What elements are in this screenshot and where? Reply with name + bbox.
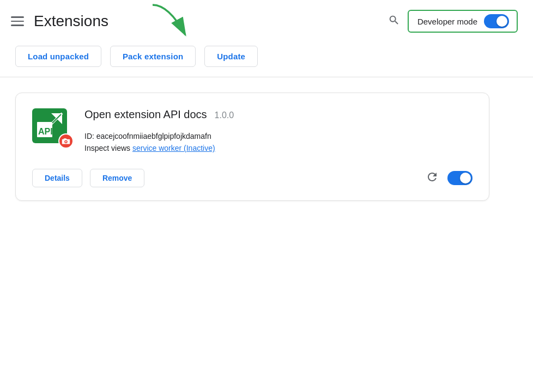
inspect-label: Inspect views	[84, 144, 130, 152]
extension-inspect: Inspect views service worker (Inactive)	[84, 144, 473, 152]
developer-mode-label: Developer mode	[417, 17, 477, 26]
extension-badge	[58, 133, 74, 149]
extension-version: 1.0.0	[215, 111, 234, 120]
card-actions: Details Remove	[32, 169, 473, 187]
developer-mode-toggle[interactable]	[484, 14, 509, 28]
extension-details: ID: eacejcoofnmiiaebfglpipfojkdamafn Ins…	[84, 132, 473, 152]
extension-name-row: Open extension API docs 1.0.0	[84, 108, 473, 121]
extension-name: Open extension API docs	[84, 108, 207, 121]
id-label: ID:	[84, 132, 94, 140]
page-title: Extensions	[34, 13, 108, 30]
svg-text:API: API	[38, 127, 53, 136]
toolbar: Load unpacked Pack extension Update	[0, 40, 533, 77]
toolbar-wrapper: Load unpacked Pack extension Update	[0, 40, 533, 77]
reload-icon[interactable]	[426, 170, 439, 186]
search-icon[interactable]	[388, 14, 400, 28]
card-right	[426, 170, 473, 186]
service-worker-link[interactable]: service worker (Inactive)	[132, 144, 215, 152]
extension-toggle[interactable]	[447, 171, 473, 185]
card-top: API Open extension API docs	[32, 108, 473, 152]
update-button[interactable]: Update	[204, 46, 258, 67]
extension-id: ID: eacejcoofnmiiaebfglpipfojkdamafn	[84, 132, 473, 140]
menu-button[interactable]	[11, 16, 24, 26]
header-left: Extensions	[11, 13, 108, 30]
page-header: Extensions Developer mode	[0, 0, 533, 40]
divider	[0, 77, 533, 77]
load-unpacked-button[interactable]: Load unpacked	[15, 46, 101, 67]
header-right: Developer mode	[388, 10, 518, 33]
developer-mode-container: Developer mode	[408, 10, 518, 33]
extension-card: API Open extension API docs	[15, 93, 489, 201]
id-value: eacejcoofnmiiaebfglpipfojkdamafn	[96, 132, 211, 140]
card-buttons: Details Remove	[32, 169, 144, 187]
extensions-list: API Open extension API docs	[0, 93, 533, 201]
camera-icon	[62, 137, 70, 145]
extension-icon-wrapper: API	[32, 108, 71, 148]
pack-extension-button[interactable]: Pack extension	[110, 46, 196, 67]
extension-info: Open extension API docs 1.0.0 ID: eacejc…	[84, 108, 473, 152]
details-button[interactable]: Details	[32, 169, 82, 187]
remove-button[interactable]: Remove	[90, 169, 144, 187]
